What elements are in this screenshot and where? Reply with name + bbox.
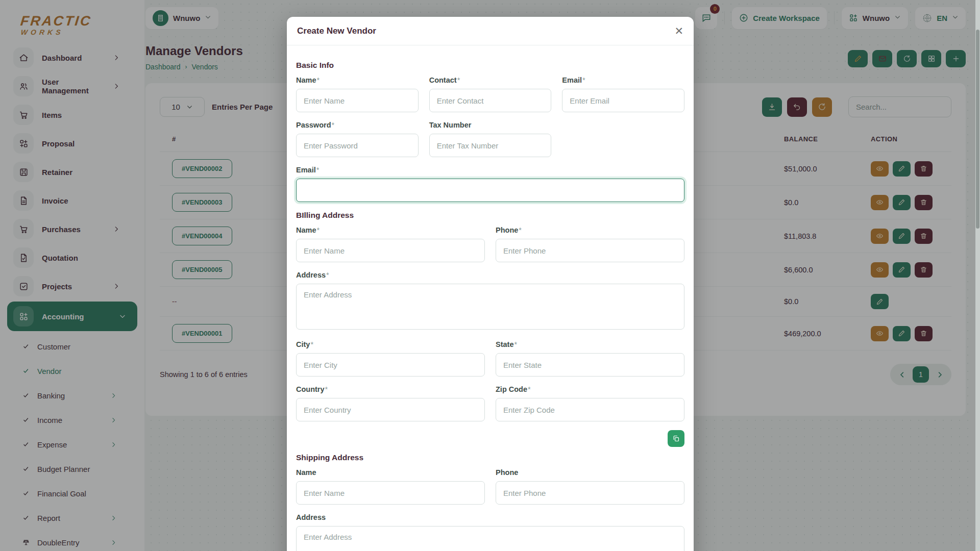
form-row: Password*Tax Number	[296, 121, 684, 157]
section-heading-billing-address: BIlling Address	[296, 211, 684, 220]
billing-address-country-input[interactable]	[296, 398, 485, 421]
billing-address-state-input[interactable]	[496, 353, 684, 377]
form-group: Email*	[296, 166, 684, 202]
form-group: Phone	[496, 468, 684, 505]
copy-icon	[672, 435, 680, 442]
field-label: Address*	[296, 271, 684, 279]
form-group: Address	[296, 513, 684, 551]
basic-info-email-input[interactable]	[562, 89, 684, 112]
form-row: City*State*	[296, 340, 684, 377]
field-label: Name*	[296, 226, 485, 234]
form-group: State*	[496, 340, 684, 377]
field-label: City*	[296, 340, 485, 348]
form-group: Phone*	[496, 226, 684, 262]
billing-address-address-input[interactable]	[296, 284, 684, 330]
basic-info-password-input[interactable]	[296, 134, 419, 157]
form-row: Country*Zip Code*	[296, 385, 684, 421]
billing-address-city-input[interactable]	[296, 353, 485, 377]
form-row: Email*	[296, 166, 684, 202]
form-group: Name*	[296, 76, 419, 112]
form-group: Contact*	[429, 76, 552, 112]
scrollbar[interactable]	[975, 0, 980, 551]
form-group: Tax Number	[429, 121, 552, 157]
form-row: Name*Phone*	[296, 226, 684, 262]
form-group: Password*	[296, 121, 419, 157]
basic-info-tax-number-input[interactable]	[429, 134, 552, 157]
form-group: Address*	[296, 271, 684, 332]
field-label: Address	[296, 513, 684, 521]
form-group: Country*	[296, 385, 485, 421]
modal-title: Create New Vendor	[297, 26, 376, 36]
field-label: Name	[296, 468, 485, 477]
scrollbar-thumb[interactable]	[976, 30, 979, 229]
copy-address-row	[296, 430, 684, 447]
field-label: Phone	[496, 468, 684, 477]
form-row: NamePhone	[296, 468, 684, 505]
field-label: Tax Number	[429, 121, 552, 129]
field-label: Name*	[296, 76, 419, 84]
close-icon[interactable]: ✕	[674, 26, 683, 36]
field-label: State*	[496, 340, 684, 348]
shipping-address-name-input[interactable]	[296, 481, 485, 505]
basic-info-contact-input[interactable]	[429, 89, 552, 112]
modal-body: Basic InfoName*Contact*Email*Password*Ta…	[287, 45, 694, 551]
form-group: Name*	[296, 226, 485, 262]
form-group: Email*	[562, 76, 684, 112]
field-label: Email*	[562, 76, 684, 84]
copy-address-button[interactable]	[668, 430, 684, 447]
section-heading-shipping-address: Shipping Address	[296, 453, 684, 462]
field-label: Phone*	[496, 226, 684, 234]
basic-info-name-input[interactable]	[296, 89, 419, 112]
section-heading-basic-info: Basic Info	[296, 61, 684, 70]
field-label: Password*	[296, 121, 419, 129]
basic-info-email-input[interactable]	[296, 179, 684, 202]
field-label: Email*	[296, 166, 684, 174]
form-group: Name	[296, 468, 485, 505]
billing-address-phone-input[interactable]	[496, 239, 684, 262]
field-label: Zip Code*	[496, 385, 684, 393]
field-label: Country*	[296, 385, 485, 393]
field-label: Contact*	[429, 76, 552, 84]
billing-address-zip-code-input[interactable]	[496, 398, 684, 421]
form-group: Zip Code*	[496, 385, 684, 421]
shipping-address-address-input[interactable]	[296, 526, 684, 551]
modal-header: Create New Vendor ✕	[287, 17, 694, 45]
form-row: Address	[296, 513, 684, 551]
form-group: City*	[296, 340, 485, 377]
shipping-address-phone-input[interactable]	[496, 481, 684, 505]
form-row: Address*	[296, 271, 684, 332]
billing-address-name-input[interactable]	[296, 239, 485, 262]
form-row: Name*Contact*Email*	[296, 76, 684, 112]
create-vendor-modal: Create New Vendor ✕ Basic InfoName*Conta…	[287, 17, 694, 551]
